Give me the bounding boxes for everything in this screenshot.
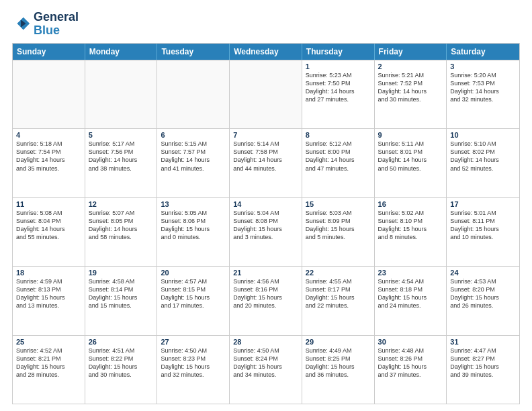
cell-text: Sunrise: 5:21 AM Sunset: 7:52 PM Dayligh…: [378, 71, 443, 104]
calendar-body: 1Sunrise: 5:23 AM Sunset: 7:50 PM Daylig…: [13, 60, 519, 404]
cal-cell: 9Sunrise: 5:11 AM Sunset: 8:01 PM Daylig…: [375, 129, 447, 197]
day-number: 20: [161, 269, 226, 277]
cell-text: Sunrise: 4:51 AM Sunset: 8:22 PM Dayligh…: [89, 347, 154, 379]
cal-cell: 13Sunrise: 5:05 AM Sunset: 8:06 PM Dayli…: [157, 198, 230, 266]
cal-cell: 26Sunrise: 4:51 AM Sunset: 8:22 PM Dayli…: [85, 336, 158, 404]
day-number: 16: [378, 200, 443, 208]
cal-cell: 2Sunrise: 5:21 AM Sunset: 7:52 PM Daylig…: [375, 60, 447, 128]
day-number: 7: [233, 131, 298, 139]
cell-text: Sunrise: 5:01 AM Sunset: 8:11 PM Dayligh…: [450, 209, 516, 242]
cal-row-3: 18Sunrise: 4:59 AM Sunset: 8:13 PM Dayli…: [13, 266, 519, 334]
day-number: 9: [378, 131, 443, 139]
cal-row-2: 11Sunrise: 5:08 AM Sunset: 8:04 PM Dayli…: [13, 197, 519, 266]
cell-text: Sunrise: 4:54 AM Sunset: 8:18 PM Dayligh…: [378, 277, 443, 310]
cal-cell: 23Sunrise: 4:54 AM Sunset: 8:18 PM Dayli…: [375, 267, 447, 334]
cell-text: Sunrise: 5:10 AM Sunset: 8:02 PM Dayligh…: [450, 140, 516, 173]
cal-cell: 22Sunrise: 4:55 AM Sunset: 8:17 PM Dayli…: [302, 267, 375, 334]
day-number: 19: [89, 269, 154, 277]
cell-text: Sunrise: 4:58 AM Sunset: 8:14 PM Dayligh…: [89, 277, 154, 310]
logo-icon: [12, 15, 31, 34]
cal-cell: 29Sunrise: 4:49 AM Sunset: 8:25 PM Dayli…: [302, 336, 375, 404]
header: General Blue: [12, 11, 520, 38]
cal-cell: 20Sunrise: 4:57 AM Sunset: 8:15 PM Dayli…: [157, 267, 230, 334]
cell-text: Sunrise: 5:20 AM Sunset: 7:53 PM Dayligh…: [450, 71, 516, 104]
cell-text: Sunrise: 4:59 AM Sunset: 8:13 PM Dayligh…: [16, 277, 81, 310]
day-number: 11: [16, 200, 81, 208]
cal-cell: 12Sunrise: 5:07 AM Sunset: 8:05 PM Dayli…: [85, 198, 158, 266]
cal-cell: 5Sunrise: 5:17 AM Sunset: 7:56 PM Daylig…: [85, 129, 158, 197]
cal-cell: 1Sunrise: 5:23 AM Sunset: 7:50 PM Daylig…: [302, 60, 375, 128]
cell-text: Sunrise: 5:07 AM Sunset: 8:05 PM Dayligh…: [89, 209, 154, 242]
cell-text: Sunrise: 5:17 AM Sunset: 7:56 PM Dayligh…: [89, 140, 154, 173]
cal-row-1: 4Sunrise: 5:18 AM Sunset: 7:54 PM Daylig…: [13, 128, 519, 197]
cal-row-0: 1Sunrise: 5:23 AM Sunset: 7:50 PM Daylig…: [13, 60, 519, 128]
day-number: 10: [450, 131, 516, 139]
cell-text: Sunrise: 4:52 AM Sunset: 8:21 PM Dayligh…: [16, 347, 81, 379]
logo-text: General Blue: [34, 11, 79, 38]
day-number: 23: [378, 269, 443, 277]
logo: General Blue: [12, 11, 79, 38]
cal-cell: 24Sunrise: 4:53 AM Sunset: 8:20 PM Dayli…: [447, 267, 519, 334]
day-number: 1: [306, 62, 371, 71]
cal-cell: 31Sunrise: 4:47 AM Sunset: 8:27 PM Dayli…: [447, 336, 519, 404]
day-number: 4: [16, 131, 81, 139]
cal-header-saturday: Saturday: [447, 44, 519, 60]
cal-row-4: 25Sunrise: 4:52 AM Sunset: 8:21 PM Dayli…: [13, 335, 519, 404]
cell-text: Sunrise: 5:03 AM Sunset: 8:09 PM Dayligh…: [306, 209, 371, 242]
cal-cell: 18Sunrise: 4:59 AM Sunset: 8:13 PM Dayli…: [13, 267, 85, 334]
day-number: 22: [306, 269, 371, 277]
cell-text: Sunrise: 5:04 AM Sunset: 8:08 PM Dayligh…: [233, 209, 298, 242]
day-number: 29: [306, 338, 371, 346]
cell-text: Sunrise: 5:23 AM Sunset: 7:50 PM Dayligh…: [306, 71, 371, 104]
cell-text: Sunrise: 4:53 AM Sunset: 8:20 PM Dayligh…: [450, 277, 516, 310]
day-number: 18: [16, 269, 81, 277]
cal-cell: [157, 60, 230, 128]
cal-cell: 14Sunrise: 5:04 AM Sunset: 8:08 PM Dayli…: [230, 198, 302, 266]
cell-text: Sunrise: 4:50 AM Sunset: 8:23 PM Dayligh…: [161, 347, 226, 379]
cell-text: Sunrise: 5:15 AM Sunset: 7:57 PM Dayligh…: [161, 140, 226, 173]
cal-cell: 16Sunrise: 5:02 AM Sunset: 8:10 PM Dayli…: [375, 198, 447, 266]
cal-cell: 19Sunrise: 4:58 AM Sunset: 8:14 PM Dayli…: [85, 267, 158, 334]
cal-cell: 21Sunrise: 4:56 AM Sunset: 8:16 PM Dayli…: [230, 267, 302, 334]
day-number: 26: [89, 338, 154, 346]
cal-cell: 10Sunrise: 5:10 AM Sunset: 8:02 PM Dayli…: [447, 129, 519, 197]
day-number: 13: [161, 200, 226, 208]
day-number: 15: [306, 200, 371, 208]
cal-cell: 28Sunrise: 4:50 AM Sunset: 8:24 PM Dayli…: [230, 336, 302, 404]
cell-text: Sunrise: 5:12 AM Sunset: 8:00 PM Dayligh…: [306, 140, 371, 173]
cell-text: Sunrise: 5:08 AM Sunset: 8:04 PM Dayligh…: [16, 209, 81, 242]
cal-header-tuesday: Tuesday: [157, 44, 230, 60]
cell-text: Sunrise: 4:47 AM Sunset: 8:27 PM Dayligh…: [450, 347, 516, 379]
cal-header-monday: Monday: [85, 44, 158, 60]
day-number: 14: [233, 200, 298, 208]
day-number: 30: [378, 338, 443, 346]
day-number: 21: [233, 269, 298, 277]
cell-text: Sunrise: 4:57 AM Sunset: 8:15 PM Dayligh…: [161, 277, 226, 310]
day-number: 31: [450, 338, 516, 346]
cal-cell: [13, 60, 85, 128]
day-number: 28: [233, 338, 298, 346]
day-number: 2: [378, 62, 443, 71]
cell-text: Sunrise: 5:05 AM Sunset: 8:06 PM Dayligh…: [161, 209, 226, 242]
cal-header-thursday: Thursday: [302, 44, 375, 60]
cell-text: Sunrise: 4:55 AM Sunset: 8:17 PM Dayligh…: [306, 277, 371, 310]
day-number: 25: [16, 338, 81, 346]
cal-cell: 17Sunrise: 5:01 AM Sunset: 8:11 PM Dayli…: [447, 198, 519, 266]
cell-text: Sunrise: 5:14 AM Sunset: 7:58 PM Dayligh…: [233, 140, 298, 173]
cal-cell: 4Sunrise: 5:18 AM Sunset: 7:54 PM Daylig…: [13, 129, 85, 197]
cal-cell: [230, 60, 302, 128]
day-number: 24: [450, 269, 516, 277]
cell-text: Sunrise: 4:48 AM Sunset: 8:26 PM Dayligh…: [378, 347, 443, 379]
day-number: 17: [450, 200, 516, 208]
cal-cell: 7Sunrise: 5:14 AM Sunset: 7:58 PM Daylig…: [230, 129, 302, 197]
cal-header-friday: Friday: [375, 44, 447, 60]
cal-cell: 30Sunrise: 4:48 AM Sunset: 8:26 PM Dayli…: [375, 336, 447, 404]
day-number: 5: [89, 131, 154, 139]
day-number: 6: [161, 131, 226, 139]
cal-cell: 11Sunrise: 5:08 AM Sunset: 8:04 PM Dayli…: [13, 198, 85, 266]
cell-text: Sunrise: 5:11 AM Sunset: 8:01 PM Dayligh…: [378, 140, 443, 173]
day-number: 27: [161, 338, 226, 346]
cal-cell: 3Sunrise: 5:20 AM Sunset: 7:53 PM Daylig…: [447, 60, 519, 128]
day-number: 8: [306, 131, 371, 139]
cell-text: Sunrise: 4:56 AM Sunset: 8:16 PM Dayligh…: [233, 277, 298, 310]
